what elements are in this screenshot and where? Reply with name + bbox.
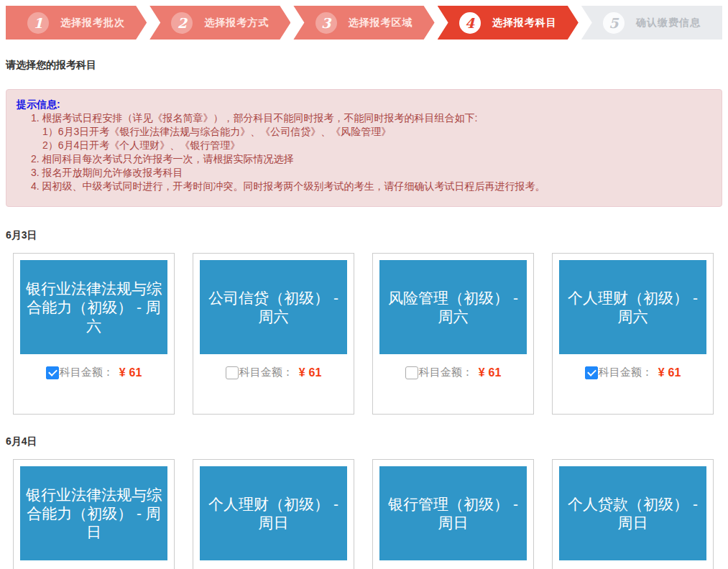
subject-checkbox[interactable] — [46, 366, 59, 379]
notice-title: 提示信息: — [17, 98, 711, 111]
fee-label: 科目金额： — [60, 366, 114, 379]
subject-checkbox[interactable] — [226, 366, 239, 379]
subject-title[interactable]: 个人理财（初级） - 周日 — [200, 466, 347, 560]
exam-subject-selection-page: 1 选择报考批次 2 选择报考方式 3 选择报考区域 4 选择报考科目 5 确认… — [0, 0, 728, 569]
amount-value: 61 — [668, 366, 681, 379]
fee-amount: ¥61 — [299, 366, 322, 379]
step-1-number-badge: 1 — [27, 12, 49, 34]
subject-checkbox[interactable] — [405, 366, 418, 379]
date-label-june-3: 6月3日 — [6, 228, 722, 242]
subject-card-row-june-3: 银行业法律法规与综合能力（初级） - 周六 科目金额： ¥61 公司信贷（初级）… — [13, 253, 722, 415]
subject-card-corporate-credit-sat[interactable]: 公司信贷（初级） - 周六 科目金额： ¥61 — [193, 253, 354, 415]
subject-title[interactable]: 个人贷款（初级） - 周日 — [559, 466, 706, 560]
notice-line-4: 4. 因初级、中级考试同时进行，开考时间冲突。同时报考两个级别考试的考生，请仔细… — [17, 180, 711, 193]
fee-amount: ¥61 — [119, 366, 142, 379]
notice-box: 提示信息: 1. 根据考试日程安排（详见《报名简章》），部分科目不能同时报考，不… — [6, 89, 722, 207]
currency-symbol: ¥ — [658, 366, 665, 379]
subject-fee-row: 科目金额： ¥61 — [200, 366, 347, 379]
subject-title[interactable]: 风险管理（初级） - 周六 — [379, 260, 527, 354]
step-3-select-region: 3 选择报考区域 — [293, 6, 434, 40]
step-3-number-badge: 3 — [315, 12, 337, 34]
subject-title[interactable]: 银行管理（初级） - 周日 — [379, 466, 527, 560]
subject-title[interactable]: 公司信贷（初级） - 周六 — [200, 260, 347, 354]
registration-stepper: 1 选择报考批次 2 选择报考方式 3 选择报考区域 4 选择报考科目 5 确认… — [6, 6, 722, 40]
step-4-select-subjects: 4 选择报考科目 — [438, 6, 579, 40]
subject-card-personal-finance-sun[interactable]: 个人理财（初级） - 周日 — [193, 459, 354, 569]
step-1-select-batch: 1 选择报考批次 — [6, 6, 147, 40]
amount-value: 61 — [129, 366, 142, 379]
subject-card-row-june-4: 银行业法律法规与综合能力（初级） - 周日 个人理财（初级） - 周日 银行管理… — [13, 459, 722, 569]
subject-card-law-regulation-sun[interactable]: 银行业法律法规与综合能力（初级） - 周日 — [13, 459, 175, 569]
step-4-number-badge: 4 — [459, 12, 481, 34]
fee-label: 科目金额： — [599, 366, 653, 379]
fee-label: 科目金额： — [419, 366, 473, 379]
step-1-label: 选择报考批次 — [60, 17, 125, 29]
subject-card-law-regulation-sat[interactable]: 银行业法律法规与综合能力（初级） - 周六 科目金额： ¥61 — [13, 253, 175, 415]
notice-line-1b: 2）6月4日开考《个人理财》、《银行管理》 — [17, 139, 711, 152]
subject-fee-row: 科目金额： ¥61 — [20, 366, 167, 379]
currency-symbol: ¥ — [119, 366, 126, 379]
step-2-number-badge: 2 — [171, 12, 193, 34]
subject-title[interactable]: 银行业法律法规与综合能力（初级） - 周日 — [20, 466, 167, 560]
amount-value: 61 — [309, 366, 322, 379]
notice-line-3: 3. 报名开放期间允许修改报考科目 — [17, 166, 711, 180]
step-5-number-badge: 5 — [603, 12, 625, 34]
subject-card-bank-management-sun[interactable]: 银行管理（初级） - 周日 — [372, 459, 534, 569]
subject-fee-row: 科目金额： ¥61 — [379, 366, 527, 379]
currency-symbol: ¥ — [299, 366, 305, 379]
step-3-label: 选择报考区域 — [349, 17, 413, 29]
step-5-label: 确认缴费信息 — [636, 17, 701, 29]
page-title: 请选择您的报考科目 — [6, 58, 722, 72]
subject-card-risk-management-sat[interactable]: 风险管理（初级） - 周六 科目金额： ¥61 — [372, 253, 534, 415]
amount-value: 61 — [489, 366, 502, 379]
subject-checkbox[interactable] — [585, 366, 598, 379]
currency-symbol: ¥ — [479, 366, 485, 379]
step-2-label: 选择报考方式 — [204, 17, 269, 29]
subject-card-personal-finance-sat[interactable]: 个人理财（初级） - 周六 科目金额： ¥61 — [552, 253, 714, 415]
notice-line-2: 2. 相同科目每次考试只允许报考一次，请根据实际情况选择 — [17, 152, 711, 166]
notice-line-1a: 1）6月3日开考《银行业法律法规与综合能力》、《公司信贷》、《风险管理》 — [17, 125, 711, 139]
fee-label: 科目金额： — [239, 366, 293, 379]
step-5-confirm-payment: 5 确认缴费信息 — [581, 6, 722, 40]
subject-title[interactable]: 个人理财（初级） - 周六 — [559, 260, 706, 354]
notice-line-1: 1. 根据考试日程安排（详见《报名简章》），部分科目不能同时报考，不能同时报考的… — [17, 111, 711, 125]
fee-amount: ¥61 — [658, 366, 681, 379]
subject-fee-row: 科目金额： ¥61 — [559, 366, 706, 379]
date-label-june-4: 6月4日 — [6, 435, 722, 448]
subject-card-personal-loan-sun[interactable]: 个人贷款（初级） - 周日 — [552, 459, 714, 569]
subject-title[interactable]: 银行业法律法规与综合能力（初级） - 周六 — [20, 260, 167, 354]
fee-amount: ¥61 — [479, 366, 502, 379]
step-4-label: 选择报考科目 — [492, 17, 557, 29]
step-2-select-method: 2 选择报考方式 — [149, 6, 290, 40]
